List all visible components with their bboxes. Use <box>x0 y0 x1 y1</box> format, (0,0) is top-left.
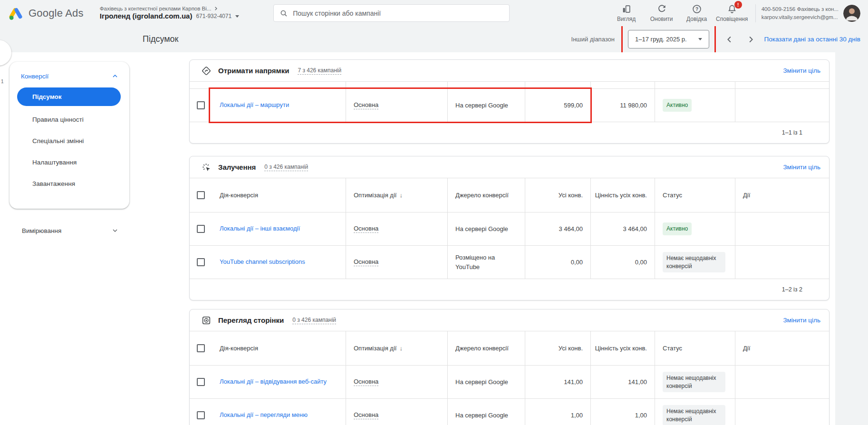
pagination: 1–1 із 1 <box>190 122 829 143</box>
column-header[interactable]: Дія-конверсія <box>212 178 346 212</box>
change-goal-link[interactable]: Змінити ціль <box>783 164 820 171</box>
actions-cell <box>735 246 829 279</box>
column-header[interactable]: Дії <box>735 178 829 212</box>
optimization-value[interactable]: Основна <box>354 225 378 233</box>
global-search[interactable] <box>273 4 510 22</box>
row-checkbox[interactable] <box>197 225 205 233</box>
measurement-label: Вимірювання <box>22 227 61 234</box>
column-header[interactable]: Дія-конверсія <box>212 331 346 365</box>
avatar[interactable] <box>843 5 860 22</box>
top-app-bar: Google Ads Фахівець з контекстної реклам… <box>0 0 868 26</box>
table-row: Локальні дії – інші взаємодії Основна На… <box>190 212 829 246</box>
row-checkbox[interactable] <box>197 378 205 386</box>
status-badge: Немає нещодавніх конверсій <box>663 405 725 425</box>
sidebar-item-2[interactable]: Спеціальні змінні <box>10 130 129 152</box>
sidebar-item-1[interactable]: Правила цінності <box>10 109 129 130</box>
conversion-source: На сервері Google <box>455 377 508 387</box>
select-all-checkbox[interactable] <box>197 191 205 199</box>
sidebar-item-3[interactable]: Налаштування <box>10 152 129 173</box>
account-id: 671-932-4071 <box>196 13 231 20</box>
sidebar-card: Конверсії ПідсумокПравила цінностіСпеціа… <box>10 62 129 209</box>
column-header[interactable]: Оптимізація дії↓ <box>346 331 447 365</box>
conversion-goal-card: Отримати напрямки 7 з 426 кампаній Зміни… <box>189 59 829 144</box>
pageview-icon <box>201 315 212 326</box>
next-range-button[interactable] <box>743 32 758 47</box>
sort-descending-icon: ↓ <box>399 345 403 352</box>
table-row: Локальні дії – перегляди меню Основна На… <box>190 399 829 425</box>
optimization-value[interactable]: Основна <box>354 411 378 419</box>
actions-cell <box>735 399 829 425</box>
column-header[interactable]: Цінність усіх конв. <box>590 331 655 365</box>
column-header[interactable]: Оптимізація дії↓ <box>346 178 447 212</box>
goal-campaign-count[interactable]: 0 з 426 кампаній <box>264 164 308 171</box>
profile-info[interactable]: 400-509-2156 Фахівець з кон... karpov.vi… <box>762 5 839 21</box>
date-range-preset-label: Інший діапазон <box>571 36 615 43</box>
account-dropdown-caret-icon <box>235 15 239 18</box>
conversions-total-value: 11 980,00 <box>590 89 655 122</box>
change-goal-link[interactable]: Змінити ціль <box>783 317 820 324</box>
edge-fragment: 1 <box>1 79 4 84</box>
optimization-value[interactable]: Основна <box>354 101 378 109</box>
date-range-picker[interactable]: 1–17 груд. 2025 р. <box>628 30 709 48</box>
right-gutter <box>835 52 868 425</box>
nav-Сповіщення[interactable]: Сповіщення! <box>714 2 750 24</box>
directions-icon <box>201 66 212 76</box>
change-goal-link[interactable]: Змінити ціль <box>783 67 820 74</box>
top-nav: ВиглядОновити?ДовідкаСповіщення! <box>609 2 750 24</box>
date-range-caret-icon <box>698 38 702 40</box>
all-conversions-value: 141,00 <box>525 366 590 398</box>
account-name: Ігроленд (igroland.com.ua) <box>100 12 193 21</box>
conversion-action-link[interactable]: Локальні дії – маршрути <box>220 101 289 110</box>
account-switcher[interactable]: Фахівець з контекстної реклами Карпов Ві… <box>100 5 239 21</box>
column-header[interactable]: Дії <box>735 331 829 365</box>
nav-Оновити[interactable]: Оновити <box>644 2 679 24</box>
brand-text: Google Ads <box>29 7 84 19</box>
optimization-value[interactable]: Основна <box>354 378 378 386</box>
column-header[interactable]: Усі конв. <box>525 178 590 212</box>
google-ads-logo[interactable]: Google Ads <box>8 6 84 20</box>
conversion-source: На сервері Google <box>455 224 508 234</box>
sidebar-item-measurement[interactable]: Вимірювання <box>10 222 129 239</box>
refresh-icon <box>656 4 667 14</box>
profile-email-line: karpov.vitaliy.sergeevich@gm... <box>762 13 839 21</box>
topbar-divider <box>755 4 756 22</box>
sidebar-item-4[interactable]: Завантаження <box>10 173 129 194</box>
svg-text:?: ? <box>695 7 698 12</box>
row-checkbox[interactable] <box>197 411 205 419</box>
conversion-action-link[interactable]: Локальні дії – перегляди меню <box>220 411 308 420</box>
conversion-action-link[interactable]: Локальні дії – відвідування веб-сайту <box>220 377 327 386</box>
conversions-total-value: 1,00 <box>590 399 655 425</box>
show-last-30-days-link[interactable]: Показати дані за останні 30 днів <box>764 36 860 43</box>
conversion-source: На сервері Google <box>455 101 508 110</box>
column-header[interactable]: Джерело конверсії <box>447 178 525 212</box>
column-header[interactable]: Цінність усіх конв. <box>590 178 655 212</box>
column-header[interactable]: Джерело конверсії <box>447 331 525 365</box>
search-input[interactable] <box>293 10 503 17</box>
goal-title: Перегляд сторінки <box>218 316 284 324</box>
sidebar-item-summary[interactable]: Підсумок <box>17 87 121 106</box>
sort-descending-icon: ↓ <box>399 192 403 199</box>
select-all-checkbox[interactable] <box>197 344 205 352</box>
main-panel: Отримати напрямки 7 з 426 кампаній Зміни… <box>143 52 868 425</box>
table-header-row: Дія-конверсіяОптимізація дії↓Джерело кон… <box>190 331 829 366</box>
column-header[interactable]: Статус <box>655 331 735 365</box>
row-checkbox[interactable] <box>197 258 205 266</box>
actions-cell <box>735 212 829 245</box>
conversion-action-link[interactable]: Локальні дії – інші взаємодії <box>220 224 300 233</box>
all-conversions-value: 1,00 <box>525 399 590 425</box>
goal-campaign-count[interactable]: 7 з 426 кампаній <box>298 67 341 75</box>
nav-Вигляд[interactable]: Вигляд <box>609 2 644 24</box>
previous-range-button[interactable] <box>723 32 737 47</box>
nav-Довідка[interactable]: ?Довідка <box>679 2 714 24</box>
column-header[interactable]: Усі конв. <box>525 331 590 365</box>
conversion-action-link[interactable]: YouTube channel subscriptions <box>220 258 305 267</box>
conversion-source: На сервері Google <box>455 411 508 420</box>
notification-badge: ! <box>734 1 742 9</box>
optimization-value[interactable]: Основна <box>354 258 378 266</box>
goal-campaign-count[interactable]: 0 з 426 кампаній <box>292 317 336 324</box>
row-checkbox[interactable] <box>197 101 205 109</box>
table-row: YouTube channel subscriptions Основна Ро… <box>190 246 829 279</box>
sidebar-section-conversions[interactable]: Конверсії <box>10 68 129 86</box>
column-header[interactable]: Статус <box>655 178 735 212</box>
status-badge: Активно <box>663 99 692 111</box>
